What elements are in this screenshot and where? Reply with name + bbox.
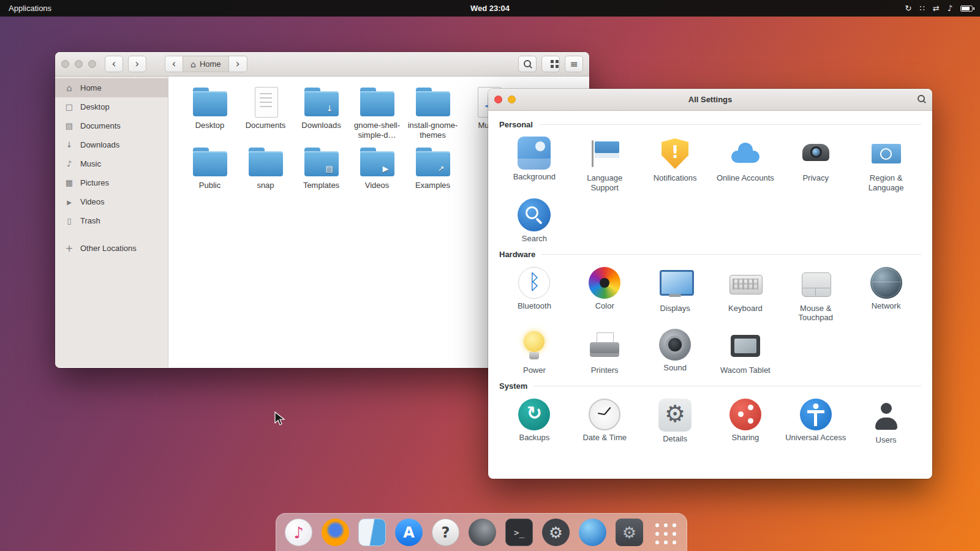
settings-tile[interactable]: Universal Access — [783, 399, 848, 445]
tile-label: Online Accounts — [717, 173, 774, 183]
minimize-button[interactable] — [75, 60, 83, 68]
settings-tile[interactable]: Wacom Tablet — [713, 329, 778, 375]
settings-tile[interactable]: Search — [502, 198, 567, 244]
clock[interactable]: Wed 23:04 — [470, 4, 510, 13]
settings-tile[interactable]: Details — [643, 399, 707, 445]
volume-icon[interactable]: ♪ — [948, 4, 952, 13]
settings-window: All Settings Personal Background Languag… — [488, 89, 932, 479]
tile-label: Background — [513, 172, 556, 182]
tile-label: Bluetooth — [518, 301, 551, 311]
minimize-button[interactable] — [508, 96, 516, 103]
path-home-button[interactable]: Home — [183, 56, 229, 72]
file-emblem-icon: ↗ — [438, 164, 445, 173]
file-icon — [414, 86, 452, 118]
sidebar-item[interactable]: Downloads — [55, 135, 168, 154]
settings-tile[interactable]: Mouse & Touchpad — [783, 267, 848, 323]
help-icon[interactable] — [432, 519, 459, 546]
backups-icon — [518, 399, 550, 430]
path-scroll-right-button[interactable] — [229, 56, 247, 72]
web-icon[interactable] — [469, 519, 496, 546]
settings-tile[interactable]: Color — [572, 267, 637, 323]
sidebar-item[interactable]: Documents — [55, 116, 168, 135]
settings-tile[interactable]: Sound — [643, 329, 707, 375]
settings-tile[interactable]: Keyboard — [713, 267, 778, 323]
file-item[interactable]: ▤ Templates — [293, 146, 349, 190]
sidebar-item[interactable]: Home — [55, 78, 168, 97]
firefox-icon[interactable] — [322, 519, 349, 546]
color-icon — [589, 267, 620, 299]
search-icon — [917, 94, 926, 103]
videos-icon — [64, 197, 75, 206]
tile-label: Mouse & Touchpad — [783, 304, 848, 323]
file-item[interactable]: snap — [238, 146, 293, 190]
privacy-icon — [798, 137, 834, 171]
close-button[interactable] — [61, 60, 69, 68]
region-language-icon — [869, 137, 904, 171]
settings-tile[interactable]: Privacy — [783, 137, 848, 192]
section-title: System — [499, 381, 527, 391]
file-icon — [247, 146, 285, 178]
search-icon — [523, 59, 532, 69]
sidebar-item-other-locations[interactable]: Other Locations — [55, 239, 168, 258]
applications-menu[interactable]: Applications — [0, 4, 60, 13]
sidebar-item[interactable]: Music — [55, 154, 168, 173]
file-item[interactable]: install-gnome-themes — [405, 86, 461, 140]
battery-icon[interactable] — [960, 6, 973, 12]
settings-tile[interactable]: Background — [502, 137, 567, 192]
file-label: install-gnome-themes — [407, 121, 459, 140]
workgroup-icon[interactable]: ∷ — [920, 4, 925, 13]
settings-tile[interactable]: Network — [854, 267, 919, 323]
file-item[interactable]: Public — [182, 146, 238, 190]
music-app-icon[interactable] — [285, 519, 312, 546]
file-label: Videos — [365, 181, 390, 190]
settings-search-button[interactable] — [917, 94, 926, 105]
file-item[interactable]: gnome-shell-simple-d… — [349, 86, 405, 140]
search-button[interactable] — [518, 56, 537, 72]
file-item[interactable]: Desktop — [182, 86, 238, 130]
settings-tile[interactable]: Sharing — [713, 399, 778, 445]
connectivity-icon[interactable]: ⇄ — [933, 4, 940, 13]
menu-button[interactable] — [565, 56, 583, 72]
sidebar-item[interactable]: Pictures — [55, 173, 168, 192]
sidebar-item[interactable]: Trash — [55, 211, 168, 230]
system-monitor-icon[interactable] — [542, 519, 570, 546]
tile-label: Displays — [660, 304, 690, 313]
refresh-icon[interactable]: ↻ — [905, 4, 912, 13]
terminal-icon[interactable] — [505, 519, 533, 546]
app-store-icon[interactable] — [395, 519, 423, 546]
app-grid-icon[interactable] — [652, 520, 678, 545]
tweaks-icon[interactable] — [616, 519, 643, 546]
finder-icon[interactable] — [358, 519, 386, 546]
back-button[interactable] — [105, 56, 123, 72]
settings-tile[interactable]: Backups — [502, 399, 567, 445]
sidebar-item[interactable]: Desktop — [55, 97, 168, 116]
section-system: System Backups Date & Time Details — [499, 380, 921, 445]
sidebar-item[interactable]: Videos — [55, 192, 168, 211]
settings-tile[interactable]: Bluetooth — [502, 267, 567, 323]
browser-globe-icon[interactable] — [579, 519, 606, 546]
section-divider — [539, 124, 921, 125]
settings-tile[interactable]: Language Support — [572, 137, 637, 192]
settings-tile[interactable]: Date & Time — [572, 399, 637, 445]
settings-tile[interactable]: Online Accounts — [713, 137, 778, 192]
settings-tile[interactable]: Notifications — [643, 137, 707, 192]
tile-label: Region & Language — [854, 173, 919, 192]
file-icon: ▤ — [303, 146, 341, 178]
close-button[interactable] — [494, 96, 502, 103]
top-bar: Applications Wed 23:04 ↻∷⇄♪ — [0, 0, 980, 17]
maximize-button[interactable] — [88, 60, 96, 68]
forward-icon — [135, 59, 140, 69]
settings-tile[interactable]: Power — [502, 329, 567, 375]
file-item[interactable]: ▶ Videos — [349, 146, 405, 190]
file-item[interactable]: Documents — [238, 86, 293, 130]
settings-tile[interactable]: Displays — [643, 267, 707, 323]
file-item[interactable]: ↓ Downloads — [293, 86, 349, 130]
view-grid-button[interactable] — [541, 56, 560, 72]
file-item[interactable]: ↗ Examples — [405, 146, 461, 190]
settings-tile[interactable]: Users — [854, 399, 919, 445]
printers-icon — [587, 329, 622, 363]
path-scroll-left-button[interactable] — [165, 56, 183, 72]
settings-tile[interactable]: Printers — [572, 329, 637, 375]
settings-tile[interactable]: Region & Language — [854, 137, 919, 192]
forward-button[interactable] — [128, 56, 146, 72]
